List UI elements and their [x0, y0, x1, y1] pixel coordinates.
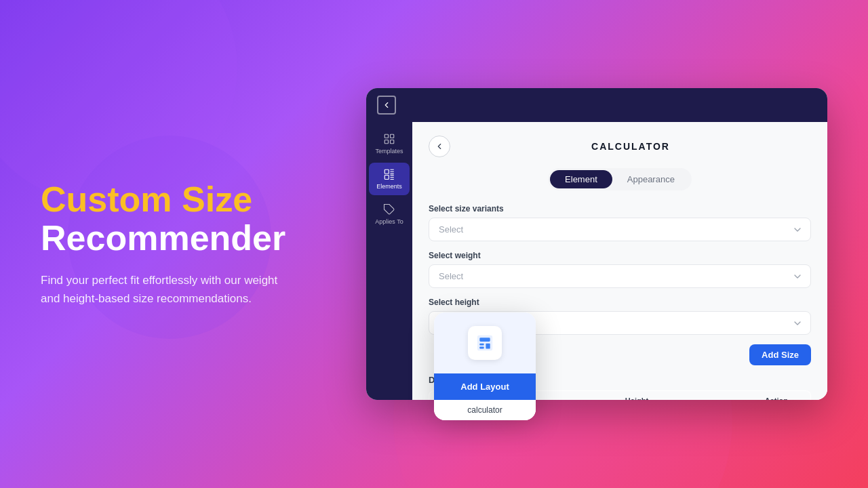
- weight-select[interactable]: Select: [429, 264, 811, 288]
- svg-rect-3: [391, 140, 394, 144]
- headline: Custom Size Recommender: [41, 180, 326, 258]
- tab-toggle: Element Appearance: [548, 168, 692, 190]
- svg-rect-13: [477, 336, 492, 350]
- tab-appearance[interactable]: Appearance: [612, 170, 690, 188]
- hero-description: Find your perfect fit effortlessly with …: [41, 271, 285, 308]
- elements-icon: [383, 168, 395, 180]
- col-height: Height: [617, 391, 757, 401]
- size-variants-select[interactable]: Select: [429, 218, 811, 241]
- svg-rect-15: [479, 344, 484, 346]
- svg-rect-4: [384, 169, 389, 174]
- calc-icon: [468, 326, 502, 360]
- widget-icon-area: [434, 312, 536, 373]
- sidebar-elements-label: Elements: [376, 183, 402, 190]
- right-content: Templates Elements: [326, 27, 827, 461]
- svg-rect-1: [391, 134, 394, 138]
- col-action: Action: [757, 391, 811, 401]
- calculator-icon: [475, 333, 494, 352]
- widget-name: calculator: [434, 400, 536, 420]
- calculator-header: CALCULATOR: [429, 136, 811, 157]
- add-layout-button[interactable]: Add Layout: [434, 373, 536, 400]
- weight-select-wrapper: Select: [429, 264, 811, 288]
- sidebar-item-applies-to[interactable]: Applies To: [369, 198, 410, 230]
- headline-part2: Recommender: [41, 218, 285, 258]
- panel-header: [366, 88, 827, 122]
- calculator-title: CALCULATOR: [450, 141, 811, 152]
- headline-part1: Custom Size: [41, 180, 252, 219]
- chevron-left-icon: [435, 142, 444, 151]
- sidebar-applies-label: Applies To: [375, 218, 403, 225]
- svg-rect-14: [479, 338, 490, 342]
- height-label: Select height: [429, 298, 811, 307]
- sidebar-templates-label: Templates: [375, 148, 403, 155]
- tag-icon: [383, 203, 395, 216]
- main-layout: Custom Size Recommender Find your perfec…: [0, 0, 868, 488]
- size-variants-label: Select size variants: [429, 204, 811, 214]
- svg-rect-16: [479, 347, 484, 349]
- svg-rect-17: [486, 344, 490, 349]
- widget-card: Add Layout calculator: [434, 312, 536, 420]
- svg-rect-0: [384, 134, 388, 138]
- size-variants-select-wrapper: Select: [429, 218, 811, 241]
- panel-back-button[interactable]: [377, 96, 396, 115]
- sidebar: Templates Elements: [366, 122, 412, 400]
- left-content: Custom Size Recommender Find your perfec…: [41, 180, 326, 308]
- add-size-button[interactable]: Add Size: [749, 344, 811, 365]
- sidebar-item-elements[interactable]: Elements: [369, 163, 410, 195]
- svg-rect-2: [384, 140, 388, 144]
- calculator-back-button[interactable]: [429, 136, 450, 157]
- grid-icon: [383, 133, 395, 145]
- sidebar-item-templates[interactable]: Templates: [369, 127, 410, 160]
- tab-element[interactable]: Element: [550, 170, 612, 188]
- weight-label: Select weight: [429, 251, 811, 260]
- svg-rect-8: [384, 176, 389, 180]
- form-group-size-variants: Select size variants Select: [429, 204, 811, 241]
- form-group-weight: Select weight Select: [429, 251, 811, 288]
- back-icon: [382, 100, 391, 110]
